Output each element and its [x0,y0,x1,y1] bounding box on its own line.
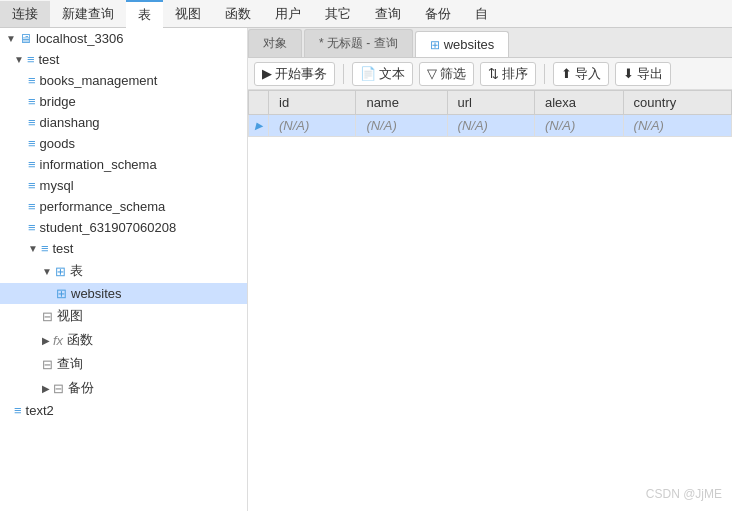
sidebar-item-chaxun[interactable]: ⊟ 查询 [0,352,247,376]
text2-icon: ≡ [14,403,22,418]
arrow-test: ▼ [28,243,38,254]
sidebar-item-beifen[interactable]: ▶ ⊟ 备份 [0,376,247,400]
biao-icon: ⊞ [55,264,66,279]
menu-bar: 连接 新建查询 表 视图 函数 用户 其它 查询 备份 自 [0,0,732,28]
mysql-icon: ≡ [28,178,36,193]
sidebar-label-biao: 表 [70,262,83,280]
sidebar-label-mysql: mysql [40,178,74,193]
sidebar-item-test[interactable]: ▼ ≡ test [0,238,247,259]
sidebar-label-chaxun: 查询 [57,355,83,373]
export-button[interactable]: ⬇ 导出 [615,62,671,86]
tab-query[interactable]: * 无标题 - 查询 [304,29,413,57]
sidebar-label-test-root: test [39,52,60,67]
start-transaction-button[interactable]: ▶ 开始事务 [254,62,335,86]
filter-icon: ▽ [427,66,437,81]
goods-icon: ≡ [28,136,36,151]
table-area: id name url alexa country ▶ (N/A) (N/A) … [248,90,732,511]
sidebar-item-biao[interactable]: ▼ ⊞ 表 [0,259,247,283]
import-button[interactable]: ⬆ 导入 [553,62,609,86]
cell-name: (N/A) [356,115,447,137]
tab-bar: 对象 * 无标题 - 查询 ⊞ websites [248,28,732,58]
performance-schema-icon: ≡ [28,199,36,214]
sidebar-item-student[interactable]: ≡ student_631907060208 [0,217,247,238]
table-row[interactable]: ▶ (N/A) (N/A) (N/A) (N/A) (N/A) [249,115,732,137]
col-name-header: name [356,91,447,115]
sidebar-item-mysql[interactable]: ≡ mysql [0,175,247,196]
main-area: ▼ 🖥 localhost_3306 ▼ ≡ test ≡ books_mana… [0,28,732,511]
menu-auto[interactable]: 自 [463,1,500,27]
sort-button[interactable]: ⇅ 排序 [480,62,536,86]
menu-connect[interactable]: 连接 [0,1,50,27]
sidebar-item-test-root[interactable]: ▼ ≡ test [0,49,247,70]
sidebar-item-shitu[interactable]: ⊟ 视图 [0,304,247,328]
text-icon: 📄 [360,66,376,81]
export-label: 导出 [637,65,663,83]
tab-object[interactable]: 对象 [248,29,302,57]
sidebar-label-text2: text2 [26,403,54,418]
menu-query[interactable]: 查询 [363,1,413,27]
sort-icon: ⇅ [488,66,499,81]
filter-button[interactable]: ▽ 筛选 [419,62,474,86]
export-icon: ⬇ [623,66,634,81]
dianshang-icon: ≡ [28,115,36,130]
text-button[interactable]: 📄 文本 [352,62,413,86]
sidebar-item-hanshu[interactable]: ▶ fx 函数 [0,328,247,352]
arrow-test-root: ▼ [14,54,24,65]
arrow-biao: ▼ [42,266,52,277]
sidebar-label-localhost: localhost_3306 [36,31,123,46]
toolbar: ▶ 开始事务 📄 文本 ▽ 筛选 ⇅ 排序 ⬆ 导入 ⬇ [248,58,732,90]
menu-view[interactable]: 视图 [163,1,213,27]
import-icon: ⬆ [561,66,572,81]
sidebar-label-beifen: 备份 [68,379,94,397]
tab-websites-label: websites [444,37,495,52]
websites-icon: ⊞ [56,286,67,301]
filter-label: 筛选 [440,65,466,83]
sidebar-item-books[interactable]: ≡ books_management [0,70,247,91]
student-icon: ≡ [28,220,36,235]
sort-label: 排序 [502,65,528,83]
information-schema-icon: ≡ [28,157,36,172]
sidebar-item-performance-schema[interactable]: ≡ performance_schema [0,196,247,217]
sidebar-item-dianshang[interactable]: ≡ dianshang [0,112,247,133]
test-icon: ≡ [41,241,49,256]
chaxun-icon: ⊟ [42,357,53,372]
menu-table[interactable]: 表 [126,0,163,28]
col-url-header: url [447,91,534,115]
sidebar-label-shitu: 视图 [57,307,83,325]
sidebar-item-text2[interactable]: ≡ text2 [0,400,247,421]
cell-url: (N/A) [447,115,534,137]
menu-new-query[interactable]: 新建查询 [50,1,126,27]
menu-user[interactable]: 用户 [263,1,313,27]
sidebar-item-bridge[interactable]: ≡ bridge [0,91,247,112]
tab-websites[interactable]: ⊞ websites [415,31,510,57]
menu-backup[interactable]: 备份 [413,1,463,27]
col-id-header: id [269,91,356,115]
sidebar-label-hanshu: 函数 [67,331,93,349]
websites-tab-icon: ⊞ [430,38,440,52]
hanshu-icon: fx [53,333,63,348]
cell-country: (N/A) [623,115,731,137]
col-country-header: country [623,91,731,115]
beifen-icon: ⊟ [53,381,64,396]
sidebar-label-information-schema: information_schema [40,157,157,172]
cell-alexa: (N/A) [534,115,623,137]
row-arrow: ▶ [249,115,269,137]
arrow-localhost: ▼ [6,33,16,44]
menu-function[interactable]: 函数 [213,1,263,27]
sidebar: ▼ 🖥 localhost_3306 ▼ ≡ test ≡ books_mana… [0,28,248,511]
sidebar-item-websites[interactable]: ⊞ websites [0,283,247,304]
menu-other[interactable]: 其它 [313,1,363,27]
import-label: 导入 [575,65,601,83]
start-transaction-icon: ▶ [262,66,272,81]
sidebar-label-test: test [53,241,74,256]
col-alexa-header: alexa [534,91,623,115]
sidebar-item-goods[interactable]: ≡ goods [0,133,247,154]
bridge-icon: ≡ [28,94,36,109]
shitu-icon: ⊟ [42,309,53,324]
sidebar-label-books: books_management [40,73,158,88]
cell-id: (N/A) [269,115,356,137]
toolbar-sep-1 [343,64,344,84]
sidebar-item-localhost[interactable]: ▼ 🖥 localhost_3306 [0,28,247,49]
sidebar-item-information-schema[interactable]: ≡ information_schema [0,154,247,175]
start-transaction-label: 开始事务 [275,65,327,83]
